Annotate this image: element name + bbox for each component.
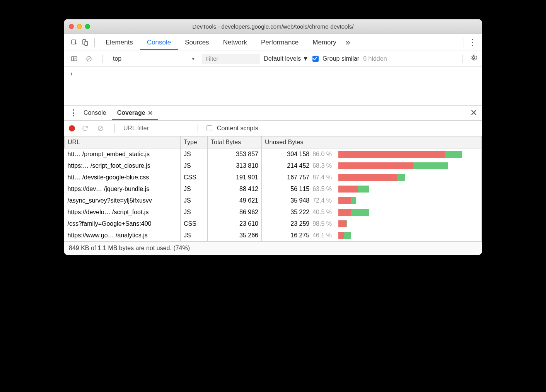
cell-url: htt… /prompt_embed_static.js <box>65 148 181 160</box>
cell-unused-bytes: 304 15886.0 % <box>262 148 335 160</box>
coverage-table: URL Type Total Bytes Unused Bytes htt… /… <box>64 136 482 241</box>
sidebar-toggle-icon[interactable] <box>69 53 80 64</box>
used-bar <box>358 186 369 193</box>
cell-url: /async_survey?site=ylj5ifxusvv <box>65 195 181 206</box>
tab-console[interactable]: Console <box>140 35 178 50</box>
group-similar-checkbox[interactable] <box>312 56 319 62</box>
url-filter-input[interactable] <box>123 125 189 132</box>
used-bar <box>413 162 448 169</box>
cell-total-bytes: 313 810 <box>208 160 262 172</box>
unused-bar <box>338 186 358 193</box>
unused-bar <box>338 151 445 158</box>
tab-sources[interactable]: Sources <box>178 35 216 50</box>
cell-usage-bar <box>335 148 482 160</box>
svg-line-9 <box>99 126 102 130</box>
drawer-tab-coverage[interactable]: Coverage ✕ <box>112 106 158 120</box>
close-window-button[interactable] <box>69 24 74 29</box>
cell-type: JS <box>181 195 208 206</box>
table-row[interactable]: /async_survey?site=ylj5ifxusvvJS49 62135… <box>65 195 482 206</box>
context-selector[interactable]: top ▼ <box>110 54 198 63</box>
drawer-menu-button[interactable]: ⋮ <box>69 108 78 118</box>
reload-icon[interactable] <box>80 123 90 134</box>
coverage-toolbar: Content scripts <box>64 121 482 136</box>
close-drawer-icon[interactable]: ✕ <box>470 108 477 118</box>
record-button[interactable] <box>69 125 75 131</box>
cell-url: https://www.go… /analytics.js <box>65 230 181 241</box>
drawer-tab-console[interactable]: Console <box>78 106 112 120</box>
svg-line-6 <box>87 57 91 60</box>
col-visualization-header <box>335 136 482 148</box>
used-bar <box>351 209 369 216</box>
group-similar-label: Group similar <box>322 55 359 62</box>
table-row[interactable]: https:… /script_foot_closure.jsJS313 810… <box>65 160 482 172</box>
cell-unused-bytes: 16 27546.1 % <box>262 230 335 241</box>
clear-icon[interactable] <box>95 123 106 134</box>
table-row[interactable]: /css?family=Google+Sans:400CSS23 61023 2… <box>65 218 482 230</box>
table-row[interactable]: https://www.go… /analytics.jsJS35 26616 … <box>65 230 482 241</box>
cell-total-bytes: 353 857 <box>208 148 262 160</box>
device-toggle-icon[interactable] <box>80 37 90 48</box>
divider <box>102 55 102 63</box>
inspect-element-icon[interactable] <box>69 37 80 48</box>
cell-url: /css?family=Google+Sans:400 <box>65 218 181 230</box>
svg-rect-2 <box>85 41 87 46</box>
tab-memory[interactable]: Memory <box>305 35 343 50</box>
svg-point-7 <box>473 57 475 59</box>
console-prompt-icon: › <box>70 70 73 77</box>
drawer-tab-console-label: Console <box>84 109 106 116</box>
zoom-window-button[interactable] <box>85 24 90 29</box>
tab-network[interactable]: Network <box>216 35 254 50</box>
divider <box>114 124 115 133</box>
unused-bar <box>338 232 344 239</box>
col-type-header[interactable]: Type <box>181 136 208 148</box>
col-total-header[interactable]: Total Bytes <box>208 136 262 148</box>
cell-usage-bar <box>335 218 482 230</box>
cell-total-bytes: 86 962 <box>208 206 262 218</box>
content-scripts-checkbox[interactable] <box>206 125 212 131</box>
clear-console-icon[interactable] <box>84 53 94 64</box>
tab-performance[interactable]: Performance <box>254 35 305 50</box>
used-bar <box>397 174 406 181</box>
cell-total-bytes: 23 610 <box>208 218 262 230</box>
unused-bar <box>338 162 413 169</box>
coverage-summary: 849 KB of 1.1 MB bytes are not used. (74… <box>64 241 482 255</box>
cell-usage-bar <box>335 183 482 195</box>
cell-unused-bytes: 214 45268.3 % <box>262 160 335 172</box>
cell-unused-bytes: 167 75787.4 % <box>262 172 335 183</box>
table-row[interactable]: htt… /devsite-google-blue.cssCSS191 9011… <box>65 172 482 183</box>
cell-url: htt… /devsite-google-blue.css <box>65 172 181 183</box>
divider <box>94 38 95 47</box>
col-unused-header[interactable]: Unused Bytes <box>262 136 335 148</box>
console-output[interactable]: › <box>64 66 482 105</box>
cell-type: CSS <box>181 218 208 230</box>
col-url-header[interactable]: URL <box>65 136 181 148</box>
hidden-count[interactable]: 6 hidden <box>363 55 387 62</box>
log-levels-label: Default levels <box>264 55 301 62</box>
cell-total-bytes: 35 266 <box>208 230 262 241</box>
tabs-overflow-button[interactable]: » <box>343 37 353 48</box>
table-row[interactable]: https://dev… /jquery-bundle.jsJS88 41256… <box>65 183 482 195</box>
cell-url: https:… /script_foot_closure.js <box>65 160 181 172</box>
unused-bar <box>338 197 351 204</box>
table-row[interactable]: htt… /prompt_embed_static.jsJS353 857304… <box>65 148 482 160</box>
used-bar <box>344 232 351 239</box>
close-tab-icon[interactable]: ✕ <box>148 109 153 117</box>
window-title: DevTools - developers.google.com/web/too… <box>64 23 482 30</box>
chevron-down-icon: ▼ <box>191 56 195 61</box>
cell-usage-bar <box>335 230 482 241</box>
main-menu-button[interactable]: ⋮ <box>468 37 477 48</box>
devtools-window: DevTools - developers.google.com/web/too… <box>64 19 482 255</box>
log-levels-dropdown[interactable]: Default levels ▼ <box>264 55 309 62</box>
chevron-down-icon: ▼ <box>302 55 309 62</box>
table-row[interactable]: https://develo… /script_foot.jsJS86 9623… <box>65 206 482 218</box>
tab-elements[interactable]: Elements <box>99 35 140 50</box>
minimize-window-button[interactable] <box>77 24 82 29</box>
console-toolbar: top ▼ Default levels ▼ Group similar 6 h… <box>64 51 482 66</box>
console-filter-input[interactable] <box>202 54 260 64</box>
cell-type: CSS <box>181 172 208 183</box>
window-titlebar: DevTools - developers.google.com/web/too… <box>64 19 482 34</box>
cell-total-bytes: 88 412 <box>208 183 262 195</box>
console-settings-icon[interactable] <box>470 54 477 63</box>
cell-total-bytes: 49 621 <box>208 195 262 206</box>
traffic-lights <box>69 24 90 29</box>
